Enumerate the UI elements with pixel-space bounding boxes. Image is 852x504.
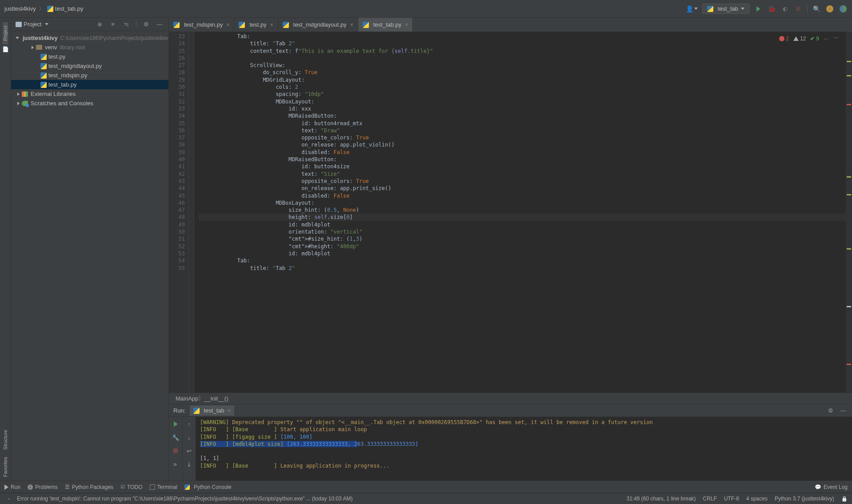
ide-update-icon[interactable]: [839, 4, 848, 13]
folder-icon: [16, 22, 22, 27]
debug-button[interactable]: 🐞: [767, 4, 776, 13]
code-with-me-icon[interactable]: 👤: [686, 5, 698, 12]
editor-tab[interactable]: test_mdspin.py ×: [169, 18, 234, 32]
close-icon[interactable]: ×: [350, 22, 353, 28]
bottom-tool-window-stripe: Run !Problems ☰Python Packages ☑TODO Ter…: [0, 480, 852, 493]
rerun-button[interactable]: [171, 420, 180, 429]
more-icon[interactable]: »: [171, 460, 180, 468]
python-file-icon: [363, 22, 369, 28]
expand-all-icon[interactable]: ≡: [108, 20, 117, 29]
project-tool-button[interactable]: Project: [3, 22, 8, 44]
editor-tab[interactable]: test_mdgridlayout.py ×: [278, 18, 358, 32]
project-tool-window: Project ⊕ ≡ ≒ ⚙ — justtest4kivy C:\Users…: [11, 18, 169, 480]
error-icon: [779, 36, 784, 41]
file-encoding[interactable]: UTF-8: [724, 496, 739, 502]
python-file-icon: [283, 22, 289, 28]
scroll-to-end-icon[interactable]: ⤓: [185, 460, 194, 468]
down-arrow-icon[interactable]: ↓: [185, 433, 194, 442]
folder-icon: [36, 45, 42, 50]
project-tree[interactable]: justtest4kivy C:\Users\xie186\PycharmPro…: [11, 31, 168, 110]
python-console-tool-button[interactable]: Python Console: [184, 484, 232, 490]
close-icon[interactable]: ×: [270, 22, 273, 28]
structure-tool-button[interactable]: Structure: [3, 426, 8, 453]
fold-gutter[interactable]: [189, 32, 194, 393]
editor-breadcrumb[interactable]: MainApp 〉 __init__(): [169, 393, 852, 404]
run-tool-window: Run: test_tab × ⚙ — 🔧 »: [169, 404, 852, 480]
project-view-selector[interactable]: Project: [16, 21, 48, 28]
python-file-icon: [40, 82, 47, 88]
lock-icon[interactable]: [841, 496, 848, 502]
run-button[interactable]: [754, 4, 763, 13]
typo-icon: ✔: [810, 36, 815, 42]
run-left-toolbar: 🔧 »: [169, 417, 182, 480]
chevron-up-icon[interactable]: ︿: [824, 35, 829, 42]
stop-button[interactable]: [794, 4, 803, 13]
terminal-tool-button[interactable]: Terminal: [150, 484, 177, 490]
editor[interactable]: 2 12 ✔9 ︿ ﹀ 23 24 25 26 27 28 29 30 31 3…: [169, 32, 852, 393]
editor-area: test_mdspin.py × test.py × test_mdgridla…: [169, 18, 852, 480]
search-everywhere-icon[interactable]: 🔍: [812, 4, 821, 13]
problems-tool-button[interactable]: !Problems: [28, 484, 58, 490]
tree-external-libraries[interactable]: External Libraries: [11, 89, 168, 99]
run-tab[interactable]: test_tab ×: [190, 405, 234, 416]
status-message[interactable]: Error running 'test_mdspin': Cannot run …: [17, 496, 352, 502]
run-left-toolbar-2: ↑ ↓ ↩ ⤓: [182, 417, 196, 480]
stop-button[interactable]: [171, 446, 180, 455]
hide-icon[interactable]: —: [839, 406, 848, 415]
todo-tool-button[interactable]: ☑TODO: [120, 484, 142, 490]
chevron-right-icon: [32, 46, 34, 49]
inspection-widget[interactable]: 2 12 ✔9 ︿ ﹀: [779, 35, 839, 42]
error-stripe[interactable]: [846, 32, 852, 393]
tree-file[interactable]: test_mdspin.py: [11, 71, 168, 80]
python-file-icon: [707, 6, 713, 12]
collapse-all-icon[interactable]: ≒: [122, 20, 131, 29]
packages-tool-button[interactable]: ☰Python Packages: [65, 484, 113, 490]
python-file-icon: [40, 54, 47, 60]
run-with-coverage-button[interactable]: ◐: [780, 4, 789, 13]
sync-icon[interactable]: ↑: [825, 4, 834, 13]
close-icon[interactable]: ×: [228, 408, 231, 414]
up-arrow-icon[interactable]: ↑: [185, 420, 194, 429]
chevron-down-icon[interactable]: ﹀: [833, 35, 839, 42]
chevron-right-icon: [17, 92, 20, 96]
favorites-tool-button[interactable]: Favorites: [3, 453, 8, 480]
select-opened-file-icon[interactable]: ⊕: [95, 20, 104, 29]
console-output[interactable]: [WARNING] Deprecated property "" of obje…: [196, 417, 852, 480]
editor-gutter[interactable]: 23 24 25 26 27 28 29 30 31 32 33 34 35 3…: [169, 32, 189, 393]
caret-position[interactable]: 31:49 (60 chars, 1 line break): [626, 496, 696, 502]
tree-scratches[interactable]: Scratches and Consoles: [11, 99, 168, 108]
tree-file[interactable]: test.py: [11, 52, 168, 61]
code-area[interactable]: Tab: title: "Tab 2" content_text: f"This…: [194, 32, 846, 393]
tree-folder-venv[interactable]: venv library root: [11, 43, 168, 52]
line-separator[interactable]: CRLF: [703, 496, 717, 502]
tree-root[interactable]: justtest4kivy C:\Users\xie186\PycharmPro…: [11, 33, 168, 43]
chevron-down-icon: [741, 8, 744, 10]
breadcrumb-file[interactable]: test_tab.py: [55, 5, 84, 12]
tree-file[interactable]: test_mdgridlayout.py: [11, 61, 168, 71]
breadcrumb-project[interactable]: justtest4kivy: [4, 5, 36, 12]
run-config-selector[interactable]: test_tab: [702, 4, 749, 14]
hide-icon[interactable]: —: [155, 20, 164, 29]
python-file-icon: [193, 408, 200, 414]
tool-windows-icon[interactable]: ▫: [4, 494, 13, 503]
editor-tabs: test_mdspin.py × test.py × test_mdgridla…: [169, 18, 852, 32]
wrench-icon[interactable]: 🔧: [171, 433, 180, 442]
editor-tab[interactable]: test.py ×: [234, 18, 278, 32]
scratches-icon: [22, 101, 28, 106]
python-file-icon: [40, 72, 47, 79]
python-file-icon: [40, 63, 47, 69]
close-icon[interactable]: ×: [405, 22, 408, 28]
editor-tab-active[interactable]: test_tab.py ×: [358, 18, 413, 32]
gear-icon[interactable]: ⚙: [826, 406, 835, 415]
bookmarks-tool-button[interactable]: 📄: [2, 46, 9, 52]
indent-setting[interactable]: 4 spaces: [746, 496, 768, 502]
gear-icon[interactable]: ⚙: [142, 20, 151, 29]
interpreter[interactable]: Python 3.7 (justtest4kivy): [775, 496, 834, 502]
run-label: Run:: [173, 407, 185, 414]
tree-file-selected[interactable]: test_tab.py: [11, 80, 168, 89]
run-tool-button[interactable]: Run: [4, 484, 20, 490]
close-icon[interactable]: ×: [226, 22, 229, 28]
soft-wrap-icon[interactable]: ↩: [185, 446, 194, 455]
event-log-button[interactable]: 💬Event Log: [815, 484, 848, 490]
left-tool-window-stripe: Project 📄 Structure Favorites: [0, 18, 11, 480]
